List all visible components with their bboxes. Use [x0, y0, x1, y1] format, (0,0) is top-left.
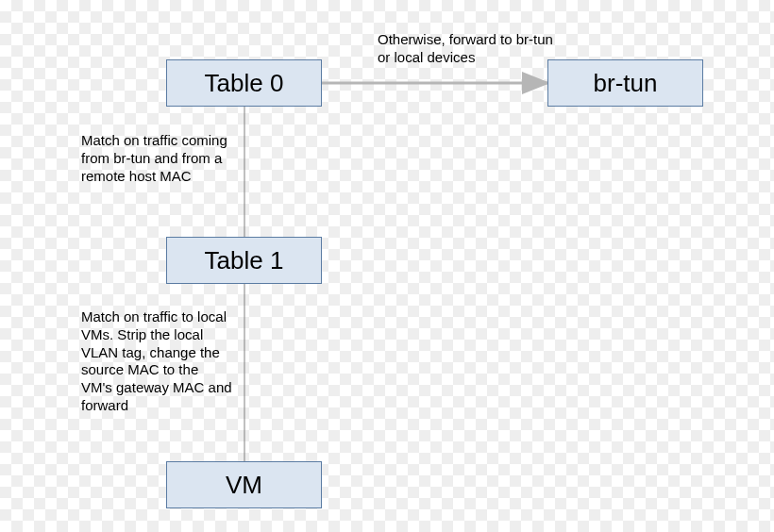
- node-table0-label: Table 0: [205, 69, 284, 98]
- node-vm-label: VM: [226, 471, 262, 500]
- node-vm: VM: [166, 461, 322, 508]
- node-table1: Table 1: [166, 237, 322, 284]
- edge-label-match-brtun: Match on traffic coming from br-tun and …: [81, 132, 232, 185]
- edge-label-match-local: Match on traffic to local VMs. Strip the…: [81, 308, 232, 415]
- node-table1-label: Table 1: [205, 246, 284, 275]
- edge-label-otherwise: Otherwise, forward to br-tun or local de…: [378, 31, 557, 67]
- node-brtun: br-tun: [547, 59, 703, 107]
- node-table0: Table 0: [166, 59, 322, 107]
- node-brtun-label: br-tun: [594, 69, 658, 98]
